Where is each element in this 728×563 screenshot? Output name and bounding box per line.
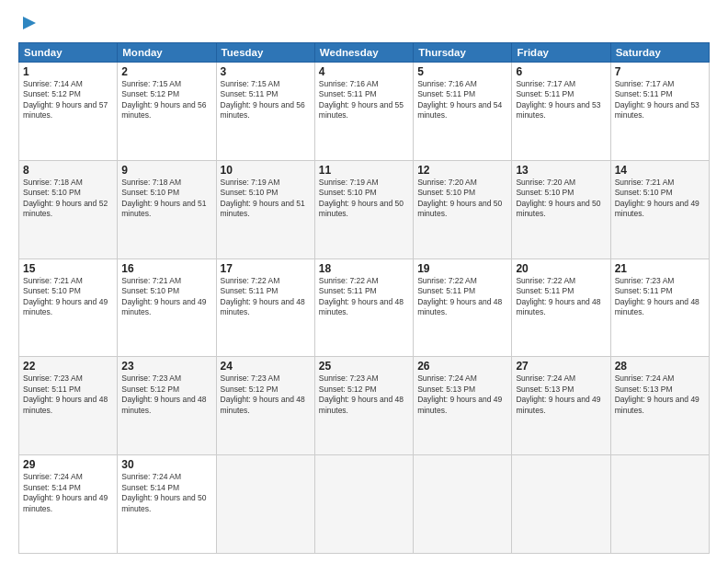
header (18, 15, 710, 35)
day-info: Sunrise: 7:15 AMSunset: 5:11 PMDaylight:… (221, 79, 311, 121)
table-row: 6Sunrise: 7:17 AMSunset: 5:11 PMDaylight… (512, 63, 610, 161)
day-number: 28 (615, 360, 705, 373)
day-info: Sunrise: 7:23 AMSunset: 5:12 PMDaylight:… (221, 373, 311, 416)
day-number: 15 (23, 262, 113, 275)
day-info: Sunrise: 7:22 AMSunset: 5:11 PMDaylight:… (221, 276, 311, 318)
day-info: Sunrise: 7:22 AMSunset: 5:11 PMDaylight:… (319, 276, 409, 318)
day-info: Sunrise: 7:21 AMSunset: 5:10 PMDaylight:… (615, 178, 705, 220)
day-number: 26 (417, 360, 507, 373)
day-info: Sunrise: 7:23 AMSunset: 5:12 PMDaylight:… (319, 373, 409, 416)
table-row: 12Sunrise: 7:20 AMSunset: 5:10 PMDayligh… (414, 160, 512, 259)
day-info: Sunrise: 7:24 AMSunset: 5:13 PMDaylight:… (615, 373, 705, 416)
table-row: 10Sunrise: 7:19 AMSunset: 5:10 PMDayligh… (216, 160, 314, 259)
day-number: 1 (23, 65, 113, 78)
day-number: 17 (221, 262, 311, 275)
day-info: Sunrise: 7:16 AMSunset: 5:11 PMDaylight:… (319, 79, 409, 121)
day-number: 27 (516, 360, 606, 373)
day-number: 24 (221, 360, 311, 373)
calendar-week-row: 15Sunrise: 7:21 AMSunset: 5:10 PMDayligh… (19, 259, 710, 357)
col-sunday: Sunday (19, 43, 118, 63)
day-info: Sunrise: 7:18 AMSunset: 5:10 PMDaylight:… (121, 178, 211, 220)
day-number: 14 (615, 164, 705, 177)
day-info: Sunrise: 7:16 AMSunset: 5:11 PMDaylight:… (417, 79, 507, 121)
day-info: Sunrise: 7:17 AMSunset: 5:11 PMDaylight:… (516, 79, 606, 121)
day-info: Sunrise: 7:23 AMSunset: 5:11 PMDaylight:… (615, 276, 705, 318)
table-row: 24Sunrise: 7:23 AMSunset: 5:12 PMDayligh… (216, 357, 314, 455)
day-info: Sunrise: 7:19 AMSunset: 5:10 PMDaylight:… (221, 178, 311, 220)
col-tuesday: Tuesday (216, 43, 314, 63)
table-row: 21Sunrise: 7:23 AMSunset: 5:11 PMDayligh… (610, 259, 709, 357)
table-row: 18Sunrise: 7:22 AMSunset: 5:11 PMDayligh… (314, 259, 413, 357)
table-row (512, 455, 610, 554)
day-number: 12 (417, 164, 507, 177)
table-row: 26Sunrise: 7:24 AMSunset: 5:13 PMDayligh… (414, 357, 512, 455)
table-row: 8Sunrise: 7:18 AMSunset: 5:10 PMDaylight… (19, 160, 118, 259)
calendar-week-row: 1Sunrise: 7:14 AMSunset: 5:12 PMDaylight… (19, 63, 710, 161)
day-info: Sunrise: 7:21 AMSunset: 5:10 PMDaylight:… (121, 276, 211, 318)
day-number: 10 (221, 164, 311, 177)
table-row: 2Sunrise: 7:15 AMSunset: 5:12 PMDaylight… (118, 63, 216, 161)
day-info: Sunrise: 7:22 AMSunset: 5:11 PMDaylight:… (417, 276, 507, 318)
table-row: 19Sunrise: 7:22 AMSunset: 5:11 PMDayligh… (414, 259, 512, 357)
day-number: 9 (121, 164, 211, 177)
table-row: 9Sunrise: 7:18 AMSunset: 5:10 PMDaylight… (118, 160, 216, 259)
col-friday: Friday (512, 43, 610, 63)
table-row (216, 455, 314, 554)
table-row: 22Sunrise: 7:23 AMSunset: 5:11 PMDayligh… (19, 357, 118, 455)
logo-block (18, 15, 38, 35)
day-number: 19 (417, 262, 507, 275)
calendar-week-row: 22Sunrise: 7:23 AMSunset: 5:11 PMDayligh… (19, 357, 710, 455)
day-info: Sunrise: 7:15 AMSunset: 5:12 PMDaylight:… (121, 79, 211, 121)
table-row: 7Sunrise: 7:17 AMSunset: 5:11 PMDaylight… (610, 63, 709, 161)
day-number: 3 (221, 65, 311, 78)
day-info: Sunrise: 7:21 AMSunset: 5:10 PMDaylight:… (23, 276, 113, 318)
day-info: Sunrise: 7:18 AMSunset: 5:10 PMDaylight:… (23, 178, 113, 220)
table-row: 14Sunrise: 7:21 AMSunset: 5:10 PMDayligh… (610, 160, 709, 259)
table-row: 15Sunrise: 7:21 AMSunset: 5:10 PMDayligh… (19, 259, 118, 357)
table-row: 16Sunrise: 7:21 AMSunset: 5:10 PMDayligh… (118, 259, 216, 357)
day-info: Sunrise: 7:24 AMSunset: 5:14 PMDaylight:… (23, 472, 113, 514)
svg-marker-0 (23, 17, 36, 29)
day-number: 16 (121, 262, 211, 275)
calendar-header-row: Sunday Monday Tuesday Wednesday Thursday… (19, 43, 710, 63)
table-row: 28Sunrise: 7:24 AMSunset: 5:13 PMDayligh… (610, 357, 709, 455)
day-info: Sunrise: 7:23 AMSunset: 5:11 PMDaylight:… (23, 373, 113, 416)
day-number: 29 (23, 458, 113, 471)
table-row: 11Sunrise: 7:19 AMSunset: 5:10 PMDayligh… (314, 160, 413, 259)
day-number: 21 (615, 262, 705, 275)
calendar-week-row: 29Sunrise: 7:24 AMSunset: 5:14 PMDayligh… (19, 455, 710, 554)
table-row: 27Sunrise: 7:24 AMSunset: 5:13 PMDayligh… (512, 357, 610, 455)
day-number: 8 (23, 164, 113, 177)
calendar-page: Sunday Monday Tuesday Wednesday Thursday… (0, 0, 728, 563)
day-number: 5 (417, 65, 507, 78)
table-row: 30Sunrise: 7:24 AMSunset: 5:14 PMDayligh… (118, 455, 216, 554)
table-row: 3Sunrise: 7:15 AMSunset: 5:11 PMDaylight… (216, 63, 314, 161)
table-row: 17Sunrise: 7:22 AMSunset: 5:11 PMDayligh… (216, 259, 314, 357)
day-number: 23 (121, 360, 211, 373)
table-row (610, 455, 709, 554)
table-row: 1Sunrise: 7:14 AMSunset: 5:12 PMDaylight… (19, 63, 118, 161)
logo-arrow-icon (21, 15, 38, 31)
day-number: 7 (615, 65, 705, 78)
day-number: 22 (23, 360, 113, 373)
table-row (414, 455, 512, 554)
col-saturday: Saturday (610, 43, 709, 63)
day-info: Sunrise: 7:14 AMSunset: 5:12 PMDaylight:… (23, 79, 113, 121)
table-row: 13Sunrise: 7:20 AMSunset: 5:10 PMDayligh… (512, 160, 610, 259)
day-info: Sunrise: 7:24 AMSunset: 5:13 PMDaylight:… (516, 373, 606, 416)
table-row: 29Sunrise: 7:24 AMSunset: 5:14 PMDayligh… (19, 455, 118, 554)
day-number: 4 (319, 65, 409, 78)
col-thursday: Thursday (414, 43, 512, 63)
table-row: 23Sunrise: 7:23 AMSunset: 5:12 PMDayligh… (118, 357, 216, 455)
day-info: Sunrise: 7:22 AMSunset: 5:11 PMDaylight:… (516, 276, 606, 318)
logo (18, 15, 38, 35)
day-info: Sunrise: 7:17 AMSunset: 5:11 PMDaylight:… (615, 79, 705, 121)
day-number: 13 (516, 164, 606, 177)
day-number: 20 (516, 262, 606, 275)
day-number: 25 (319, 360, 409, 373)
col-monday: Monday (118, 43, 216, 63)
day-number: 2 (121, 65, 211, 78)
table-row: 20Sunrise: 7:22 AMSunset: 5:11 PMDayligh… (512, 259, 610, 357)
day-info: Sunrise: 7:23 AMSunset: 5:12 PMDaylight:… (121, 373, 211, 416)
table-row: 5Sunrise: 7:16 AMSunset: 5:11 PMDaylight… (414, 63, 512, 161)
